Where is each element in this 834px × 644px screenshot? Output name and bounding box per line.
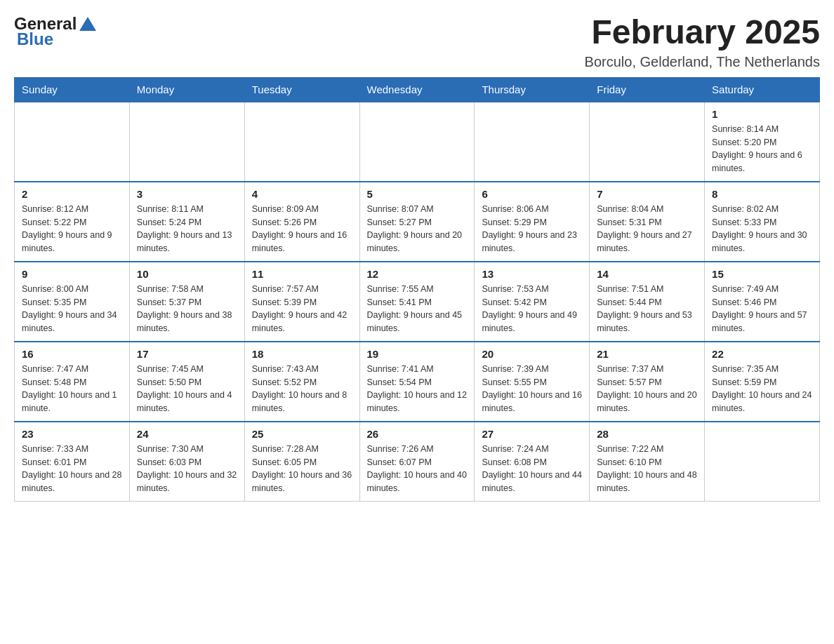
- day-number: 23: [22, 428, 122, 440]
- day-info: Sunrise: 7:22 AMSunset: 6:10 PMDaylight:…: [597, 443, 697, 495]
- day-info: Sunrise: 7:35 AMSunset: 5:59 PMDaylight:…: [712, 363, 812, 415]
- day-info: Sunrise: 7:43 AMSunset: 5:52 PMDaylight:…: [252, 363, 352, 415]
- calendar-cell: 22Sunrise: 7:35 AMSunset: 5:59 PMDayligh…: [705, 342, 820, 422]
- day-number: 13: [482, 268, 582, 280]
- weekday-header-sunday: Sunday: [15, 77, 130, 102]
- day-info: Sunrise: 7:51 AMSunset: 5:44 PMDaylight:…: [597, 283, 697, 335]
- day-number: 14: [597, 268, 697, 280]
- calendar-cell: 20Sunrise: 7:39 AMSunset: 5:55 PMDayligh…: [475, 342, 590, 422]
- calendar-cell: 26Sunrise: 7:26 AMSunset: 6:07 PMDayligh…: [359, 422, 475, 502]
- calendar-cell: 2Sunrise: 8:12 AMSunset: 5:22 PMDaylight…: [15, 182, 130, 262]
- calendar-cell: 13Sunrise: 7:53 AMSunset: 5:42 PMDayligh…: [475, 262, 590, 342]
- day-number: 10: [137, 268, 237, 280]
- calendar-cell: 6Sunrise: 8:06 AMSunset: 5:29 PMDaylight…: [475, 182, 590, 262]
- weekday-header-thursday: Thursday: [475, 77, 590, 102]
- day-number: 3: [137, 188, 237, 200]
- day-info: Sunrise: 7:26 AMSunset: 6:07 PMDaylight:…: [367, 443, 468, 495]
- calendar-cell: 14Sunrise: 7:51 AMSunset: 5:44 PMDayligh…: [590, 262, 705, 342]
- calendar-cell: [15, 102, 130, 182]
- day-info: Sunrise: 7:47 AMSunset: 5:48 PMDaylight:…: [22, 363, 122, 415]
- day-info: Sunrise: 7:41 AMSunset: 5:54 PMDaylight:…: [367, 363, 468, 415]
- day-info: Sunrise: 8:07 AMSunset: 5:27 PMDaylight:…: [367, 203, 468, 255]
- calendar-cell: 24Sunrise: 7:30 AMSunset: 6:03 PMDayligh…: [129, 422, 244, 502]
- weekday-header-saturday: Saturday: [705, 77, 820, 102]
- calendar-week-row: 1Sunrise: 8:14 AMSunset: 5:20 PMDaylight…: [15, 102, 820, 182]
- day-number: 17: [137, 348, 237, 360]
- calendar-cell: 27Sunrise: 7:24 AMSunset: 6:08 PMDayligh…: [475, 422, 590, 502]
- day-info: Sunrise: 8:09 AMSunset: 5:26 PMDaylight:…: [252, 203, 352, 255]
- day-info: Sunrise: 8:00 AMSunset: 5:35 PMDaylight:…: [22, 283, 122, 335]
- calendar-cell: 17Sunrise: 7:45 AMSunset: 5:50 PMDayligh…: [129, 342, 244, 422]
- calendar-cell: [359, 102, 475, 182]
- page-title: February 2025: [585, 14, 820, 51]
- day-info: Sunrise: 7:45 AMSunset: 5:50 PMDaylight:…: [137, 363, 237, 415]
- calendar-cell: 12Sunrise: 7:55 AMSunset: 5:41 PMDayligh…: [359, 262, 475, 342]
- calendar-cell: [705, 422, 820, 502]
- day-number: 16: [22, 348, 122, 360]
- day-number: 24: [137, 428, 237, 440]
- calendar-week-row: 23Sunrise: 7:33 AMSunset: 6:01 PMDayligh…: [15, 422, 820, 502]
- day-info: Sunrise: 8:14 AMSunset: 5:20 PMDaylight:…: [712, 123, 812, 175]
- weekday-header-monday: Monday: [129, 77, 244, 102]
- logo-blue-text: Blue: [17, 29, 53, 49]
- day-info: Sunrise: 7:53 AMSunset: 5:42 PMDaylight:…: [482, 283, 582, 335]
- svg-marker-0: [79, 17, 96, 31]
- day-number: 18: [252, 348, 352, 360]
- calendar-cell: [244, 102, 359, 182]
- calendar-cell: 7Sunrise: 8:04 AMSunset: 5:31 PMDaylight…: [590, 182, 705, 262]
- calendar-cell: 3Sunrise: 8:11 AMSunset: 5:24 PMDaylight…: [129, 182, 244, 262]
- day-number: 5: [367, 188, 468, 200]
- day-number: 12: [367, 268, 468, 280]
- page-header: General Blue February 2025 Borculo, Geld…: [14, 14, 820, 70]
- logo-triangle-icon: [78, 14, 98, 34]
- calendar-cell: 21Sunrise: 7:37 AMSunset: 5:57 PMDayligh…: [590, 342, 705, 422]
- calendar-cell: 1Sunrise: 8:14 AMSunset: 5:20 PMDaylight…: [705, 102, 820, 182]
- day-info: Sunrise: 8:12 AMSunset: 5:22 PMDaylight:…: [22, 203, 122, 255]
- calendar-week-row: 2Sunrise: 8:12 AMSunset: 5:22 PMDaylight…: [15, 182, 820, 262]
- day-info: Sunrise: 7:57 AMSunset: 5:39 PMDaylight:…: [252, 283, 352, 335]
- calendar-cell: 4Sunrise: 8:09 AMSunset: 5:26 PMDaylight…: [244, 182, 359, 262]
- day-number: 26: [367, 428, 468, 440]
- day-number: 20: [482, 348, 582, 360]
- day-info: Sunrise: 7:49 AMSunset: 5:46 PMDaylight:…: [712, 283, 812, 335]
- calendar-cell: 5Sunrise: 8:07 AMSunset: 5:27 PMDaylight…: [359, 182, 475, 262]
- title-block: February 2025 Borculo, Gelderland, The N…: [585, 14, 820, 70]
- calendar-cell: 28Sunrise: 7:22 AMSunset: 6:10 PMDayligh…: [590, 422, 705, 502]
- day-number: 28: [597, 428, 697, 440]
- day-info: Sunrise: 7:58 AMSunset: 5:37 PMDaylight:…: [137, 283, 237, 335]
- day-number: 22: [712, 348, 812, 360]
- calendar-cell: 8Sunrise: 8:02 AMSunset: 5:33 PMDaylight…: [705, 182, 820, 262]
- calendar-cell: 19Sunrise: 7:41 AMSunset: 5:54 PMDayligh…: [359, 342, 475, 422]
- calendar-cell: 10Sunrise: 7:58 AMSunset: 5:37 PMDayligh…: [129, 262, 244, 342]
- calendar-week-row: 9Sunrise: 8:00 AMSunset: 5:35 PMDaylight…: [15, 262, 820, 342]
- day-info: Sunrise: 7:55 AMSunset: 5:41 PMDaylight:…: [367, 283, 468, 335]
- calendar-week-row: 16Sunrise: 7:47 AMSunset: 5:48 PMDayligh…: [15, 342, 820, 422]
- page-subtitle: Borculo, Gelderland, The Netherlands: [585, 54, 820, 70]
- day-number: 1: [712, 108, 812, 120]
- calendar-cell: 11Sunrise: 7:57 AMSunset: 5:39 PMDayligh…: [244, 262, 359, 342]
- weekday-header-friday: Friday: [590, 77, 705, 102]
- logo: General Blue: [14, 14, 99, 49]
- day-number: 6: [482, 188, 582, 200]
- weekday-header-tuesday: Tuesday: [244, 77, 359, 102]
- calendar-cell: [590, 102, 705, 182]
- day-info: Sunrise: 8:04 AMSunset: 5:31 PMDaylight:…: [597, 203, 697, 255]
- day-number: 15: [712, 268, 812, 280]
- day-info: Sunrise: 7:28 AMSunset: 6:05 PMDaylight:…: [252, 443, 352, 495]
- calendar-cell: 16Sunrise: 7:47 AMSunset: 5:48 PMDayligh…: [15, 342, 130, 422]
- weekday-header-wednesday: Wednesday: [359, 77, 475, 102]
- day-number: 21: [597, 348, 697, 360]
- calendar-cell: [129, 102, 244, 182]
- day-number: 2: [22, 188, 122, 200]
- day-number: 27: [482, 428, 582, 440]
- calendar-cell: 18Sunrise: 7:43 AMSunset: 5:52 PMDayligh…: [244, 342, 359, 422]
- day-number: 9: [22, 268, 122, 280]
- calendar-cell: 23Sunrise: 7:33 AMSunset: 6:01 PMDayligh…: [15, 422, 130, 502]
- calendar-cell: [475, 102, 590, 182]
- calendar-cell: 25Sunrise: 7:28 AMSunset: 6:05 PMDayligh…: [244, 422, 359, 502]
- day-info: Sunrise: 7:30 AMSunset: 6:03 PMDaylight:…: [137, 443, 237, 495]
- day-number: 7: [597, 188, 697, 200]
- day-info: Sunrise: 8:11 AMSunset: 5:24 PMDaylight:…: [137, 203, 237, 255]
- day-number: 8: [712, 188, 812, 200]
- day-number: 4: [252, 188, 352, 200]
